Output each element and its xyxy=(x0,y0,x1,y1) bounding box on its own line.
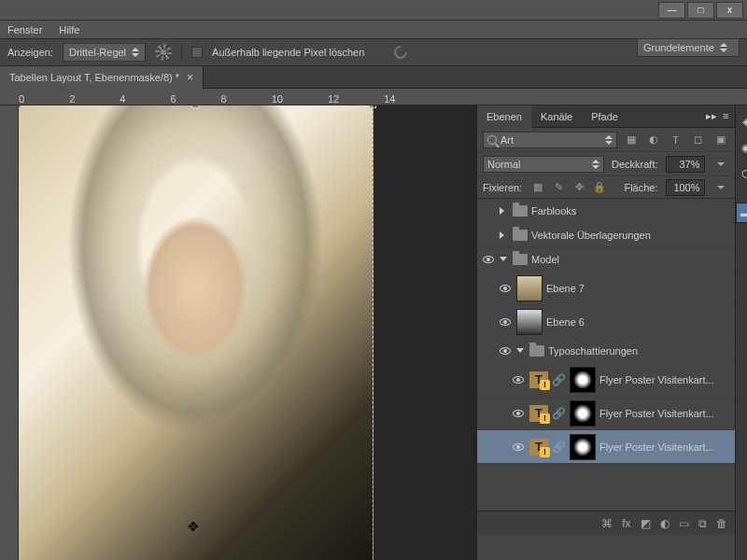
layer-ebene6[interactable]: Ebene 6 xyxy=(477,305,735,339)
outside-pixels-label: Außerhalb liegende Pixel löschen xyxy=(212,47,364,58)
opacity-label: Deckkraft: xyxy=(612,159,658,170)
folder-icon xyxy=(513,205,528,217)
blend-row: Normal Deckkraft: 37% xyxy=(477,152,735,176)
filter-image-icon[interactable]: ▦ xyxy=(623,132,640,148)
disclose-icon[interactable] xyxy=(500,257,509,261)
layer-thumbnail xyxy=(516,309,543,335)
menu-fenster[interactable]: Fenster xyxy=(7,24,42,35)
search-icon xyxy=(487,135,497,145)
folder-icon xyxy=(513,254,528,265)
layer-thumbnail xyxy=(516,275,543,301)
document-tab-bar: Tabellen Layout T, Ebenenmaske/8) * × xyxy=(0,66,747,89)
presets-dropdown[interactable]: Grundelemente xyxy=(637,38,740,57)
dock-paths-icon[interactable]: ⬡ xyxy=(736,163,747,184)
fill-scrub-icon[interactable] xyxy=(712,179,729,196)
opacity-input[interactable]: 37% xyxy=(666,156,705,173)
visibility-toggle[interactable] xyxy=(511,406,526,421)
layer-group-typo[interactable]: Typoschattierungen xyxy=(477,339,735,363)
new-group-icon[interactable]: ▭ xyxy=(679,517,689,530)
menu-bar: Fenster Hilfe xyxy=(0,21,747,38)
adjustment-layer-icon[interactable]: ◐ xyxy=(660,517,669,530)
mask-thumbnail xyxy=(570,400,596,427)
transform-cursor-icon: ✥ xyxy=(188,519,199,534)
close-button[interactable]: x xyxy=(716,2,743,19)
canvas-image: ✥ xyxy=(19,105,374,560)
fill-input[interactable]: 100% xyxy=(666,179,705,196)
fill-label: Fläche: xyxy=(624,182,657,193)
panels: Ebenen Kanäle Pfade ▸▸ ≡ Art ▦ ◐ T ◻ ▣ xyxy=(476,105,747,560)
layer-flyer-1[interactable]: T! 🔗 Flyer Poster Visitenkart... xyxy=(477,363,735,397)
delete-layer-icon[interactable]: 🗑 xyxy=(716,517,727,530)
outside-pixels-checkbox[interactable] xyxy=(191,47,203,58)
tab-pfade[interactable]: Pfade xyxy=(582,105,627,128)
link-icon: 🔗 xyxy=(552,373,566,386)
filter-adjust-icon[interactable]: ◐ xyxy=(645,132,662,148)
layer-flyer-3[interactable]: T! 🔗 Flyer Poster Visitenkart... xyxy=(477,430,735,464)
folder-icon xyxy=(529,345,544,357)
anzeigen-label: Anzeigen: xyxy=(7,47,53,58)
dock-channels-icon[interactable]: ◉ xyxy=(736,137,747,158)
document-tab[interactable]: Tabellen Layout T, Ebenenmaske/8) * × xyxy=(0,66,204,89)
link-icon: 🔗 xyxy=(552,441,566,454)
gear-icon[interactable] xyxy=(155,44,172,61)
visibility-toggle[interactable] xyxy=(511,440,526,455)
mask-thumbnail xyxy=(570,367,596,393)
add-mask-icon[interactable]: ◩ xyxy=(641,517,651,530)
filter-type-icon[interactable]: T xyxy=(668,132,684,148)
layer-group-model[interactable]: Model xyxy=(477,247,735,272)
layer-group-farblooks[interactable]: Farblooks xyxy=(477,199,735,223)
visibility-toggle[interactable] xyxy=(498,343,513,358)
tab-ebenen[interactable]: Ebenen xyxy=(477,105,531,128)
layer-fx-icon[interactable]: fx xyxy=(622,517,630,530)
close-tab-icon[interactable]: × xyxy=(187,71,193,84)
rule-dropdown[interactable]: Drittel-Regel xyxy=(63,43,146,62)
link-layers-icon[interactable]: ⌘ xyxy=(601,517,613,530)
filter-smart-icon[interactable]: ▣ xyxy=(712,132,729,148)
layer-ebene7[interactable]: Ebene 7 xyxy=(477,272,735,305)
options-bar: Anzeigen: Drittel-Regel Außerhalb liegen… xyxy=(0,38,747,66)
opacity-scrub-icon[interactable] xyxy=(712,156,729,173)
panel-dock: ◈ ◉ ⬡ ▬ xyxy=(735,105,747,560)
visibility-toggle[interactable] xyxy=(481,203,496,218)
disclose-icon[interactable] xyxy=(500,231,509,239)
layer-panel-footer: ⌘ fx ◩ ◐ ▭ ⧉ 🗑 xyxy=(477,511,735,535)
minimize-button[interactable]: — xyxy=(658,2,685,19)
mask-thumbnail xyxy=(570,434,596,460)
lock-transparency-icon[interactable]: ▩ xyxy=(529,180,546,195)
panel-menu-icon[interactable]: ≡ xyxy=(723,110,728,122)
ruler-horizontal: 02468101214 xyxy=(0,89,747,105)
type-layer-icon: T! xyxy=(529,439,548,455)
visibility-toggle[interactable] xyxy=(511,372,526,387)
visibility-toggle[interactable] xyxy=(481,252,496,267)
lock-pixels-icon[interactable]: ✎ xyxy=(550,180,567,195)
layer-flyer-2[interactable]: T! 🔗 Flyer Poster Visitenkart... xyxy=(477,397,735,430)
layer-filter-row: Art ▦ ◐ T ◻ ▣ xyxy=(477,128,735,152)
lock-position-icon[interactable]: ✥ xyxy=(571,180,587,195)
title-bar: — □ x xyxy=(0,0,747,21)
maximize-button[interactable]: □ xyxy=(687,2,714,19)
disclose-icon[interactable] xyxy=(516,348,526,353)
panel-collapse-icon[interactable]: ▸▸ xyxy=(706,110,717,122)
visibility-toggle[interactable] xyxy=(498,281,513,296)
type-layer-icon: T! xyxy=(529,371,548,388)
layer-list: Farblooks Vektorale Überlagerungen Model xyxy=(477,199,735,511)
blend-mode-dropdown[interactable]: Normal xyxy=(483,156,604,173)
menu-hilfe[interactable]: Hilfe xyxy=(59,24,79,35)
tab-kanale[interactable]: Kanäle xyxy=(531,105,582,128)
lock-all-icon[interactable]: 🔒 xyxy=(591,180,608,195)
layer-group-vektorale[interactable]: Vektorale Überlagerungen xyxy=(477,223,735,247)
type-layer-icon: T! xyxy=(529,405,548,422)
dock-active-icon[interactable]: ▬ xyxy=(736,203,747,223)
visibility-toggle[interactable] xyxy=(481,228,496,243)
disclose-icon[interactable] xyxy=(500,207,509,215)
filter-shape-icon[interactable]: ◻ xyxy=(690,132,707,148)
canvas[interactable]: ✥ xyxy=(19,105,476,560)
reset-icon[interactable] xyxy=(392,44,409,61)
dock-layers-icon[interactable]: ◈ xyxy=(736,111,747,132)
new-layer-icon[interactable]: ⧉ xyxy=(698,517,707,530)
panel-tabs: Ebenen Kanäle Pfade ▸▸ ≡ xyxy=(477,105,735,128)
warning-icon: ! xyxy=(540,380,550,390)
layer-filter-dropdown[interactable]: Art xyxy=(483,132,617,148)
visibility-toggle[interactable] xyxy=(498,315,513,329)
link-icon: 🔗 xyxy=(552,407,566,420)
